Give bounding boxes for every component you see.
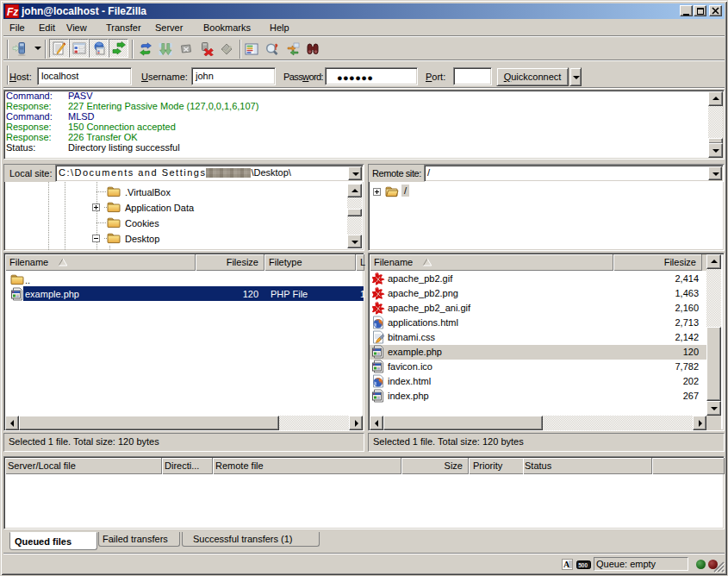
svg-text:500: 500	[578, 562, 588, 568]
svg-text:Fz: Fz	[7, 6, 18, 18]
